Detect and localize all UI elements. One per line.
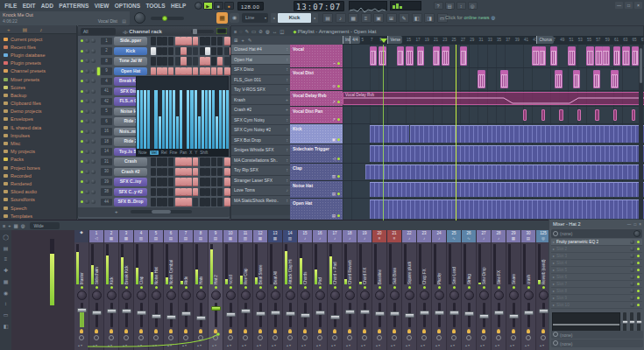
step-cell[interactable] <box>175 158 180 166</box>
strip-header[interactable]: 6▤ <box>164 230 178 242</box>
input-knob[interactable] <box>633 230 640 237</box>
strip-pan-knob[interactable] <box>301 290 310 300</box>
magnet-icon[interactable]: ◌ <box>239 29 242 34</box>
step-cell[interactable] <box>180 188 186 197</box>
time-display[interactable]: 13:07:07 <box>294 1 344 11</box>
channel-number[interactable]: 16 <box>101 128 112 136</box>
maximize-button[interactable]: □ <box>625 2 633 9</box>
channel-number[interactable]: 8 <box>101 58 112 66</box>
track-enable-led[interactable] <box>337 138 340 141</box>
step-cell[interactable] <box>157 178 162 186</box>
velocity-bar[interactable] <box>166 90 168 149</box>
pattern-item[interactable]: Love Toms♪ <box>231 186 290 196</box>
step-cell[interactable] <box>157 57 162 66</box>
slot-enable-led[interactable] <box>637 241 640 243</box>
browser-item[interactable]: My projects <box>0 148 76 156</box>
strip-stereo-knob[interactable] <box>153 335 159 340</box>
channel-number[interactable]: 31 <box>101 158 112 166</box>
graph-tab-pan[interactable]: Pan <box>180 150 187 155</box>
audio-clip[interactable] <box>586 46 594 66</box>
strip-enable-led[interactable] <box>110 286 113 289</box>
mixer-toggle-button[interactable]: ≡ <box>361 13 372 23</box>
pattern-clip-region[interactable] <box>370 125 409 143</box>
mixer-strip[interactable]: 5▤Noise Hat▴ ▾ <box>149 230 164 350</box>
channel-number[interactable]: 38 <box>101 188 112 196</box>
track-lane[interactable] <box>343 107 644 124</box>
playlist-toggle-button[interactable]: ▤ <box>322 13 333 23</box>
strip-route-arrows[interactable]: ▴ ▾ <box>346 343 350 347</box>
pattern-clip-region[interactable] <box>410 125 644 143</box>
step-cell[interactable] <box>205 188 210 197</box>
strip-pan-knob[interactable] <box>241 290 251 300</box>
mixer-strip[interactable]: 25∿Saw Lead▴ ▾ <box>447 230 462 350</box>
strip-fx-bulb[interactable] <box>348 329 351 333</box>
strip-fader-handle[interactable] <box>226 312 236 317</box>
channel-name-button[interactable]: Kick <box>114 47 147 56</box>
menu-icon[interactable]: ≡ <box>234 29 237 34</box>
mixer-strip[interactable]: 23♪Chop FX▴ ▾ <box>417 230 432 350</box>
mixer-add-icon[interactable]: + <box>8 223 11 228</box>
fx-slot[interactable]: ▸Slot 5 <box>551 267 642 274</box>
strip-enable-led[interactable] <box>259 286 262 289</box>
step-cell[interactable] <box>180 67 186 76</box>
strip-pan-knob[interactable] <box>524 290 534 300</box>
step-cell[interactable] <box>224 168 230 177</box>
velocity-bar[interactable] <box>190 90 193 149</box>
step-cell[interactable] <box>175 37 180 46</box>
audio-clip[interactable] <box>370 46 378 66</box>
strip-header[interactable]: 28♪ <box>492 230 506 242</box>
strip-header[interactable]: 20≡ <box>372 230 386 242</box>
strip-enable-led[interactable] <box>393 286 396 289</box>
pattern-item[interactable]: MA StaticShock Retro..↕ <box>231 196 290 206</box>
strip-stereo-knob[interactable] <box>407 335 412 340</box>
browser-item[interactable]: Plugin presets <box>0 60 76 67</box>
mixer-strip[interactable]: 29▦Snare▴ ▾ <box>506 230 521 350</box>
add-icon[interactable]: + <box>242 38 244 43</box>
strip-fader-handle[interactable] <box>196 316 206 320</box>
channel-mute-led[interactable] <box>81 70 83 73</box>
strip-stereo-knob[interactable] <box>258 335 263 340</box>
delete-icon[interactable]: ⊘ <box>258 29 263 34</box>
mixer-doc-icon[interactable]: ▤ <box>4 245 9 251</box>
channel-pan-knob[interactable] <box>85 69 89 74</box>
step-cell[interactable] <box>168 178 173 186</box>
pattern-prev-button[interactable]: ◂ <box>271 13 277 23</box>
strip-pan-knob[interactable] <box>509 290 519 300</box>
track-enable-led[interactable] <box>337 85 340 88</box>
strip-header[interactable]: 12▦ <box>253 230 267 242</box>
pattern-clip-region[interactable] <box>370 200 644 219</box>
slot-mix-knob[interactable] <box>630 289 634 293</box>
strip-route-arrows[interactable]: ▴ ▾ <box>197 343 202 347</box>
strip-route-arrows[interactable]: ▴ ▾ <box>480 343 485 347</box>
strip-fx-bulb[interactable] <box>110 329 113 333</box>
pattern-item[interactable]: Stranger Laser SFX↕ <box>231 176 290 186</box>
strip-fx-bulb[interactable] <box>497 329 500 333</box>
step-cell[interactable] <box>157 168 162 177</box>
audio-clip[interactable] <box>500 70 508 88</box>
help-icon[interactable]: ? <box>434 2 443 10</box>
step-cell[interactable] <box>168 188 173 197</box>
mixer-record-icon[interactable]: ◍ <box>21 223 25 228</box>
strip-fader-handle[interactable] <box>256 312 265 316</box>
step-cell[interactable] <box>200 178 205 186</box>
strip-enable-led[interactable] <box>542 286 545 289</box>
strip-route-arrows[interactable]: ▴ ▾ <box>450 343 455 347</box>
save-icon[interactable]: ▤ <box>445 2 455 10</box>
browser-item[interactable]: Project bones <box>0 164 76 172</box>
step-cell[interactable] <box>211 198 216 206</box>
channel-mute-led[interactable] <box>81 191 83 193</box>
mixer-strip[interactable]: 1◁Sidechain▴ ▾ <box>89 230 104 350</box>
pattern-clip-region[interactable] <box>370 145 644 162</box>
audio-clip[interactable] <box>539 46 547 66</box>
strip-stereo-knob[interactable] <box>451 335 456 340</box>
strip-stereo-knob[interactable] <box>347 335 352 340</box>
strip-fader-handle[interactable] <box>330 315 340 319</box>
velocity-bar[interactable] <box>173 90 175 149</box>
slot-enable-led[interactable] <box>637 255 640 257</box>
step-cell[interactable] <box>168 158 173 166</box>
step-cell[interactable] <box>175 47 180 56</box>
channel-pan-knob[interactable] <box>85 119 89 123</box>
strip-enable-led[interactable] <box>408 286 411 289</box>
channel-number[interactable]: 6 <box>101 118 112 126</box>
menu-view[interactable]: VIEW <box>92 0 112 11</box>
